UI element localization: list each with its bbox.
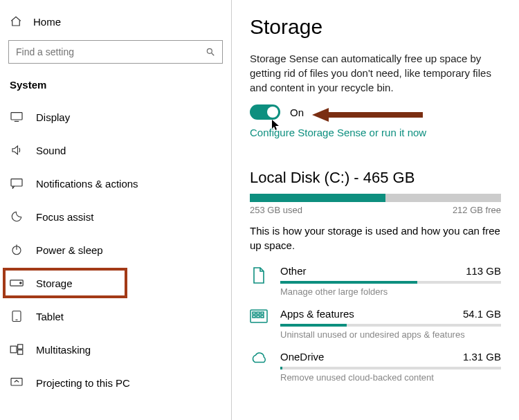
disk-usage-labels: 253 GB used 212 GB free	[250, 205, 501, 215]
multitasking-icon	[10, 344, 24, 355]
display-icon	[10, 111, 24, 122]
sidebar-item-display[interactable]: Display	[0, 100, 231, 134]
category-onedrive[interactable]: OneDrive1.31 GB Remove unused cloud-back…	[250, 351, 501, 383]
sidebar-item-label: Power & sleep	[36, 244, 103, 256]
svg-rect-14	[11, 378, 22, 385]
svg-rect-13	[18, 350, 23, 354]
sidebar-item-label: Focus assist	[36, 211, 93, 223]
svg-rect-2	[11, 113, 22, 120]
svg-point-8	[20, 282, 21, 284]
sidebar-item-label: Storage	[36, 277, 73, 289]
sidebar: Home System Display Sound Notifications …	[0, 0, 232, 420]
svg-rect-20	[261, 312, 264, 314]
sound-icon	[10, 144, 24, 156]
sidebar-item-label: Sound	[36, 145, 66, 156]
sidebar-item-label: Notifications & actions	[36, 178, 138, 190]
tablet-icon	[10, 310, 24, 322]
category-name: OneDrive	[280, 351, 324, 363]
sidebar-item-focus-assist[interactable]: Focus assist	[0, 200, 231, 233]
storage-icon	[10, 279, 24, 287]
category-bar	[280, 367, 501, 369]
focus-assist-icon	[10, 210, 24, 223]
disk-usage-bar	[250, 194, 501, 202]
category-bar	[280, 281, 501, 284]
sidebar-item-label: Display	[36, 111, 70, 123]
main-panel: Storage Storage Sense can automatically …	[232, 0, 519, 420]
storage-sense-toggle[interactable]	[250, 104, 280, 120]
storage-sense-description: Storage Sense can automatically free up …	[250, 51, 501, 95]
sidebar-item-storage[interactable]: Storage	[0, 266, 231, 300]
home-label: Home	[33, 16, 61, 28]
sidebar-item-label: Projecting to this PC	[36, 377, 130, 389]
notifications-icon	[10, 178, 24, 189]
category-name: Other	[280, 265, 307, 277]
svg-point-0	[207, 48, 212, 53]
configure-storage-sense-link[interactable]: Configure Storage Sense or run it now	[250, 127, 501, 138]
svg-rect-22	[257, 316, 260, 318]
disk-usage-bar-used	[250, 194, 385, 202]
sidebar-item-label: Tablet	[36, 311, 64, 322]
category-sub: Uninstall unused or undesired apps & fea…	[280, 329, 501, 340]
other-icon	[250, 265, 268, 284]
sidebar-item-power-sleep[interactable]: Power & sleep	[0, 233, 231, 266]
sidebar-item-projecting[interactable]: Projecting to this PC	[0, 366, 231, 399]
category-sub: Manage other large folders	[280, 286, 501, 297]
onedrive-icon	[250, 351, 268, 365]
sidebar-item-tablet[interactable]: Tablet	[0, 300, 231, 333]
category-name: Apps & features	[280, 308, 354, 320]
search-input-container[interactable]	[8, 40, 223, 64]
home-icon	[10, 15, 22, 28]
sidebar-item-notifications[interactable]: Notifications & actions	[0, 167, 231, 200]
category-other[interactable]: Other113 GB Manage other large folders	[250, 265, 501, 297]
sidebar-item-label: Multitasking	[36, 344, 91, 356]
page-title: Storage	[250, 15, 501, 39]
search-icon	[206, 47, 215, 57]
category-bar	[280, 324, 501, 327]
nav-list: Display Sound Notifications & actions Fo…	[0, 100, 231, 399]
toggle-label: On	[290, 107, 304, 118]
svg-rect-4	[11, 179, 22, 186]
category-size: 54.1 GB	[463, 308, 501, 320]
section-label: System	[0, 76, 231, 100]
svg-rect-23	[261, 316, 264, 318]
disk-used-label: 253 GB used	[250, 205, 302, 215]
disk-title: Local Disk (C:) - 465 GB	[250, 169, 501, 187]
power-icon	[10, 244, 24, 256]
apps-icon	[250, 308, 268, 323]
svg-rect-12	[18, 345, 23, 349]
projecting-icon	[10, 377, 24, 388]
category-apps[interactable]: Apps & features54.1 GB Uninstall unused …	[250, 308, 501, 340]
category-sub: Remove unused cloud-backed content	[280, 372, 501, 383]
svg-marker-16	[312, 108, 329, 122]
svg-rect-21	[253, 316, 255, 318]
disk-description: This is how your storage is used and how…	[250, 223, 501, 253]
annotation-arrow-icon	[312, 108, 423, 122]
cursor-icon	[272, 120, 282, 131]
svg-rect-18	[253, 312, 255, 314]
disk-free-label: 212 GB free	[453, 205, 501, 215]
svg-rect-19	[257, 312, 260, 314]
search-input[interactable]	[16, 46, 215, 57]
sidebar-item-sound[interactable]: Sound	[0, 134, 231, 167]
sidebar-item-multitasking[interactable]: Multitasking	[0, 333, 231, 366]
svg-rect-11	[10, 346, 17, 353]
category-size: 113 GB	[466, 265, 501, 277]
svg-line-1	[212, 53, 215, 56]
category-size: 1.31 GB	[463, 351, 501, 363]
storage-sense-toggle-row: On	[250, 104, 501, 120]
home-button[interactable]: Home	[0, 12, 231, 40]
